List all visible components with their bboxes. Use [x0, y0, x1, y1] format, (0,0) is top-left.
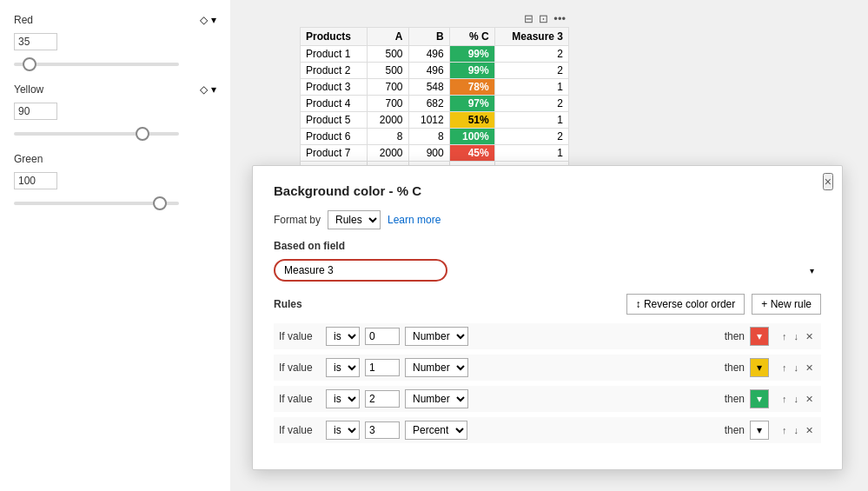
rule-value-input[interactable]: [365, 328, 400, 345]
rule-value-input[interactable]: [365, 390, 400, 408]
rule-down-arrow[interactable]: ↓: [792, 393, 802, 406]
yellow-thumb[interactable]: [136, 127, 149, 141]
cell-product: Product 1: [301, 46, 368, 63]
cell-measure: 1: [494, 112, 568, 129]
red-label: Red: [14, 14, 33, 26]
rules-buttons: ↕ Reverse color order + New rule: [626, 294, 821, 315]
red-slider-group: Red ◇ ▾: [14, 14, 216, 66]
green-value-input[interactable]: [14, 172, 57, 189]
format-by-row: Format by Rules Learn more: [274, 210, 821, 229]
rule-down-arrow[interactable]: ↓: [792, 330, 802, 343]
rule-arrows: ↑ ↓ ✕: [779, 362, 816, 375]
field-select[interactable]: Measure 3: [274, 259, 447, 282]
yellow-value-input[interactable]: [14, 103, 57, 120]
cell-a: 500: [368, 46, 408, 63]
col-a: A: [368, 28, 408, 46]
yellow-reset-icon[interactable]: ◇: [200, 83, 208, 96]
rule-condition-select[interactable]: is: [326, 327, 360, 346]
learn-more-link[interactable]: Learn more: [388, 214, 441, 226]
rule-condition-select[interactable]: is: [326, 421, 360, 440]
more-icon[interactable]: •••: [553, 12, 566, 25]
cell-product: Product 6: [301, 129, 368, 145]
rule-delete-button[interactable]: ✕: [803, 330, 816, 343]
yellow-label: Yellow: [14, 83, 43, 96]
rule-if-label: If value: [279, 362, 321, 374]
green-label: Green: [14, 153, 43, 165]
dialog-title: Background color - % C: [274, 183, 821, 198]
rule-delete-button[interactable]: ✕: [803, 393, 816, 406]
new-rule-button[interactable]: + New rule: [752, 294, 821, 315]
rule-then-label: then: [725, 424, 745, 436]
cell-a: 700: [368, 79, 408, 96]
rule-row: If value is Number then ▾ ↑ ↓ ✕: [274, 386, 821, 412]
rule-if-label: If value: [279, 330, 321, 342]
table-row: Product 5 2000 1012 51% 1: [301, 112, 569, 129]
cell-pct: 78%: [449, 79, 494, 96]
rule-row: If value is Number then ▾ ↑ ↓ ✕: [274, 323, 821, 349]
filter-icon[interactable]: ⊟: [524, 12, 533, 25]
cell-measure: 2: [494, 63, 568, 79]
rule-type-select[interactable]: Number: [405, 327, 468, 346]
rule-row: If value is Number then ▾ ↑ ↓ ✕: [274, 355, 821, 381]
green-thumb[interactable]: [153, 196, 167, 210]
table-row: Product 1 500 496 99% 2: [301, 46, 569, 63]
cell-b: 548: [408, 79, 449, 96]
cell-a: 2000: [368, 145, 408, 162]
cell-measure: 1: [494, 79, 568, 96]
rule-color-swatch[interactable]: ▾: [750, 421, 769, 440]
rule-then-label: then: [725, 393, 745, 405]
cell-measure: 2: [494, 129, 568, 145]
red-track: [14, 63, 179, 66]
green-slider-group: Green: [14, 153, 216, 205]
expand-icon[interactable]: ⊡: [539, 12, 548, 25]
field-select-arrow-icon: ▾: [810, 266, 814, 275]
yellow-expand-icon[interactable]: ▾: [211, 83, 216, 96]
red-reset-icon[interactable]: ◇: [200, 14, 208, 26]
cell-measure: 2: [494, 46, 568, 63]
dialog-close-button[interactable]: ×: [823, 173, 833, 190]
rule-condition-select[interactable]: is: [326, 389, 360, 408]
rule-up-arrow[interactable]: ↑: [779, 393, 790, 406]
rule-condition-select[interactable]: is: [326, 358, 360, 377]
rule-value-input[interactable]: [365, 421, 400, 439]
rule-value-input[interactable]: [365, 359, 400, 376]
rule-down-arrow[interactable]: ↓: [792, 424, 802, 437]
red-expand-icon[interactable]: ▾: [211, 14, 216, 26]
rule-type-select[interactable]: Number: [405, 389, 468, 408]
red-value-input[interactable]: [14, 33, 57, 50]
reverse-color-button[interactable]: ↕ Reverse color order: [626, 294, 745, 315]
data-table: Products A B % C Measure 3 Product 1 500…: [300, 27, 569, 178]
cell-pct: 99%: [449, 63, 494, 79]
rule-up-arrow[interactable]: ↑: [779, 362, 790, 375]
rules-container: If value is Number then ▾ ↑ ↓ ✕ If value…: [274, 323, 821, 443]
format-by-label: Format by: [274, 214, 321, 226]
rule-type-select[interactable]: Percent: [405, 421, 467, 440]
rule-up-arrow[interactable]: ↑: [779, 330, 790, 343]
left-panel: Red ◇ ▾ Yellow ◇ ▾ Green: [0, 0, 230, 491]
based-on-label: Based on field: [274, 240, 821, 252]
rule-up-arrow[interactable]: ↑: [779, 424, 790, 437]
cell-product: Product 2: [301, 63, 368, 79]
rule-then-label: then: [725, 362, 745, 374]
red-icons: ◇ ▾: [200, 14, 216, 26]
red-thumb[interactable]: [23, 57, 36, 71]
rule-delete-button[interactable]: ✕: [803, 424, 816, 437]
green-track: [14, 202, 179, 205]
format-by-select[interactable]: Rules: [328, 210, 381, 229]
rule-arrows: ↑ ↓ ✕: [779, 330, 816, 343]
rule-type-select[interactable]: Number: [405, 358, 468, 377]
rules-label: Rules: [274, 298, 302, 310]
cell-b: 1012: [408, 112, 449, 129]
table-container: ⊟ ⊡ ••• Products A B % C Measure 3 Produ…: [300, 12, 569, 178]
cell-pct: 45%: [449, 145, 494, 162]
rule-color-swatch[interactable]: ▾: [750, 389, 769, 408]
cell-b: 8: [408, 129, 449, 145]
cell-product: Product 5: [301, 112, 368, 129]
rule-down-arrow[interactable]: ↓: [792, 362, 802, 375]
cell-b: 496: [408, 63, 449, 79]
rule-delete-button[interactable]: ✕: [803, 362, 816, 375]
cell-pct: 100%: [449, 129, 494, 145]
col-measure3: Measure 3: [494, 28, 568, 46]
rule-color-swatch[interactable]: ▾: [750, 358, 769, 377]
rule-color-swatch[interactable]: ▾: [750, 327, 769, 346]
